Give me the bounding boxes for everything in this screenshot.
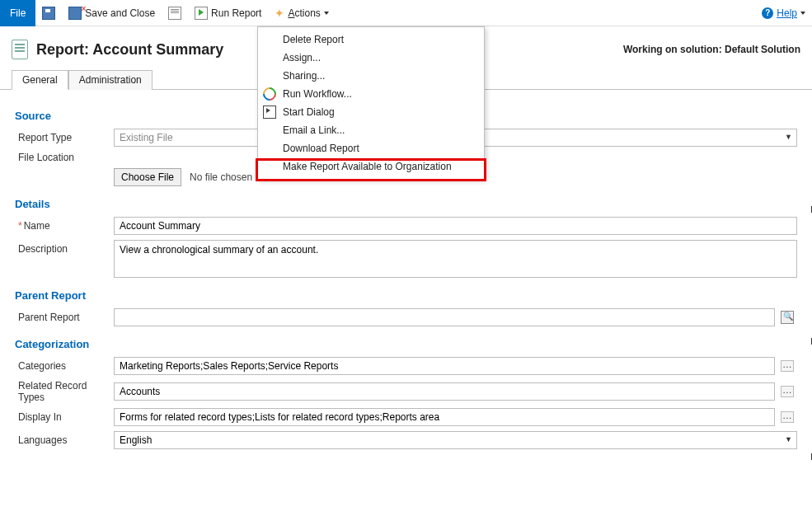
categories-input[interactable] — [114, 357, 775, 375]
menu-download-report[interactable]: Download Report — [258, 139, 484, 157]
field-parent-report: Parent Report — [15, 308, 797, 326]
field-categories: Categories ... — [15, 357, 797, 375]
help-button[interactable]: ? Help — [755, 0, 812, 26]
label-related-record-types: Related Record Types — [15, 380, 114, 403]
solution-info: Working on solution: Default Solution — [623, 44, 800, 55]
toolbar: File Save and Close Run Report ✦ Actions… — [0, 0, 812, 26]
menu-delete-report[interactable]: Delete Report — [258, 30, 484, 49]
run-report-button[interactable]: Run Report — [188, 0, 268, 26]
languages-select-wrap — [114, 431, 797, 449]
workflow-icon — [260, 85, 279, 104]
required-asterisk: * — [18, 220, 22, 232]
chevron-down-icon — [324, 12, 329, 15]
menu-item-label: Start Dialog — [283, 106, 335, 118]
save-and-close-label: Save and Close — [85, 7, 155, 19]
label-categories: Categories — [15, 360, 114, 372]
star-icon: ✦ — [275, 7, 284, 20]
actions-menu-button[interactable]: ✦ Actions — [268, 0, 335, 26]
related-record-types-picker-button[interactable]: ... — [778, 382, 797, 401]
actions-menu: Delete Report Assign... Sharing... Run W… — [257, 26, 485, 180]
tab-general[interactable]: General — [12, 70, 68, 90]
page-title: Report: Account Summary — [36, 41, 223, 59]
label-languages: Languages — [15, 434, 114, 446]
description-input[interactable] — [114, 240, 797, 278]
menu-sharing[interactable]: Sharing... — [258, 67, 484, 85]
label-name-text: Name — [24, 220, 50, 232]
report-icon — [12, 40, 28, 59]
parent-report-lookup-button[interactable] — [778, 308, 797, 326]
menu-item-label: Assign... — [283, 52, 321, 63]
chevron-down-icon — [800, 12, 805, 15]
document-icon — [168, 7, 181, 20]
field-display-in: Display In ... — [15, 408, 797, 426]
menu-run-workflow[interactable]: Run Workflow... — [258, 85, 484, 103]
file-menu-button[interactable]: File — [0, 0, 35, 26]
menu-item-label: Run Workflow... — [283, 88, 352, 100]
menu-item-label: Download Report — [283, 143, 359, 154]
menu-make-available-org[interactable]: Make Report Available to Organization — [258, 157, 484, 176]
field-languages: Languages — [15, 431, 797, 449]
lookup-icon — [781, 311, 794, 324]
menu-item-label: Sharing... — [283, 70, 325, 82]
display-in-picker-button[interactable]: ... — [778, 408, 797, 426]
ellipsis-icon: ... — [781, 386, 794, 397]
save-icon — [42, 7, 55, 20]
field-description: Description — [15, 240, 797, 278]
label-display-in: Display In — [15, 411, 114, 423]
save-close-icon — [68, 7, 82, 20]
field-related-record-types: Related Record Types ... — [15, 380, 797, 403]
display-in-input[interactable] — [114, 408, 775, 426]
field-name: *Name — [15, 217, 797, 235]
languages-select[interactable] — [114, 431, 797, 449]
categories-picker-button[interactable]: ... — [778, 357, 797, 375]
actions-label: Actions — [288, 7, 320, 19]
choose-file-button[interactable]: Choose File — [114, 168, 181, 186]
label-report-type: Report Type — [15, 132, 114, 143]
ellipsis-icon: ... — [781, 411, 794, 423]
label-name: *Name — [15, 220, 114, 232]
copy-button[interactable] — [162, 0, 188, 26]
menu-start-dialog[interactable]: Start Dialog — [258, 103, 484, 121]
section-categorization: Categorization — [15, 338, 797, 350]
help-icon: ? — [762, 7, 773, 19]
parent-report-input[interactable] — [114, 308, 775, 326]
dialog-icon — [263, 106, 276, 119]
label-file-location: File Location — [15, 152, 114, 163]
name-input[interactable] — [114, 217, 797, 235]
save-and-close-button[interactable]: Save and Close — [62, 0, 162, 26]
label-parent-report: Parent Report — [15, 312, 114, 323]
file-chosen-status: No file chosen — [190, 171, 252, 183]
save-button[interactable] — [35, 0, 62, 26]
menu-email-link[interactable]: Email a Link... — [258, 121, 484, 139]
section-details: Details — [15, 198, 797, 210]
tab-administration[interactable]: Administration — [68, 70, 153, 90]
menu-item-label: Make Report Available to Organization — [283, 161, 452, 172]
menu-item-label: Delete Report — [283, 34, 344, 45]
related-record-types-input[interactable] — [114, 382, 775, 401]
label-description: Description — [15, 240, 114, 255]
menu-assign[interactable]: Assign... — [258, 49, 484, 67]
ellipsis-icon: ... — [781, 360, 794, 372]
run-icon — [195, 7, 208, 20]
help-label: Help — [777, 7, 797, 19]
menu-item-label: Email a Link... — [283, 124, 345, 136]
section-parent-report: Parent Report — [15, 289, 797, 302]
run-report-label: Run Report — [211, 7, 261, 19]
